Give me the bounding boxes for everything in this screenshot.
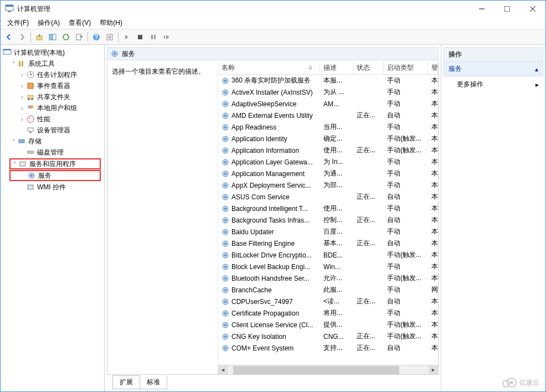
service-desc: 为 In... (320, 157, 353, 167)
close-button[interactable] (520, 1, 545, 17)
tree-task-scheduler[interactable]: › 任务计划程序 (2, 69, 103, 80)
tree-performance[interactable]: › 性能 (2, 114, 103, 125)
service-row[interactable]: Base Filtering Engine基本...正在...自动本 (218, 238, 438, 249)
header-logon[interactable]: 登 (428, 61, 438, 74)
menu-file[interactable]: 文件(F) (3, 17, 33, 29)
tree-local-users[interactable]: › 本地用户和组 (2, 102, 103, 114)
service-row[interactable]: Client License Service (Cl...提供...手动(触发.… (218, 319, 438, 331)
svg-point-68 (224, 196, 226, 198)
svg-point-32 (31, 98, 33, 100)
service-row[interactable]: COM+ Event System支持...正在...自动本 (218, 342, 438, 354)
show-hide-button[interactable] (47, 31, 59, 43)
help-button[interactable]: ? (90, 31, 102, 43)
header-name[interactable]: 名称ᐃ (218, 61, 320, 74)
service-row[interactable]: Bluetooth Handsfree Ser...允许...手动(触发...本 (218, 272, 438, 284)
service-row[interactable]: ASUS Com Service正在...自动本 (218, 191, 438, 203)
horizontal-scrollbar[interactable]: ◄ ► (218, 365, 438, 374)
menu-help[interactable]: 帮助(H) (95, 17, 127, 29)
tree-shared-folders[interactable]: › 共享文件夹 (2, 91, 103, 102)
service-desc: 当用... (320, 122, 353, 132)
service-row[interactable]: Application Layer Gatewa...为 In...手动本 (218, 156, 438, 168)
tree-device-manager[interactable]: 设备管理器 (2, 125, 103, 136)
play-button[interactable] (121, 31, 133, 43)
service-startup: 手动 (384, 99, 428, 109)
chevron-down-icon[interactable]: ˅ (11, 161, 18, 167)
service-row[interactable]: Background Intelligent T...使用...手动本 (218, 203, 438, 214)
header-description[interactable]: 描述 (320, 61, 353, 74)
up-button[interactable] (33, 31, 45, 43)
chevron-right-icon[interactable]: › (18, 116, 26, 122)
stop-button[interactable] (134, 31, 146, 43)
tree-services[interactable]: 服务 (9, 170, 101, 181)
service-row[interactable]: BranchCache此服...手动网 (218, 284, 438, 296)
refresh-button[interactable] (60, 31, 72, 43)
service-startup: 手动(触发... (384, 274, 428, 283)
service-desc: 使用... (320, 204, 353, 213)
menu-action[interactable]: 操作(A) (33, 17, 64, 29)
tree-storage[interactable]: ˅ 存储 (2, 136, 103, 147)
forward-button[interactable] (16, 31, 28, 43)
menu-view[interactable]: 查看(V) (64, 17, 95, 29)
restart-button[interactable] (161, 31, 173, 43)
scroll-thumb[interactable] (233, 366, 399, 374)
chevron-right-icon[interactable]: › (18, 83, 26, 89)
service-row[interactable]: Certificate Propagation将用...手动本 (218, 307, 438, 319)
svg-rect-4 (504, 6, 510, 12)
gear-icon (222, 298, 229, 306)
pause-button[interactable] (147, 31, 159, 43)
maximize-button[interactable] (495, 1, 520, 17)
header-status[interactable]: 状态 (353, 61, 384, 74)
service-row[interactable]: Application Management为通...手动本 (218, 168, 438, 179)
chevron-down-icon[interactable]: ˅ (9, 138, 17, 145)
properties-button[interactable] (104, 31, 116, 43)
service-row[interactable]: 360 杀毒实时防护加载服务本服...手动本 (218, 75, 438, 86)
service-row[interactable]: BitLocker Drive Encryptio...BDE...手动(触发.… (218, 249, 438, 261)
service-row[interactable]: AppX Deployment Servic...为部...手动本 (218, 179, 438, 191)
svg-point-88 (224, 312, 226, 314)
service-row[interactable]: Application Identity确定...手动(触发...本 (218, 133, 438, 145)
tab-extended[interactable]: 扩展 (112, 375, 140, 389)
tree-services-apps[interactable]: ˅ 服务和应用程序 (9, 158, 101, 169)
actions-services[interactable]: 服务 ▴ (444, 62, 543, 76)
service-logon: 本 (428, 204, 438, 213)
window-title: 计算机管理 (17, 4, 469, 14)
service-row[interactable]: AMD External Events Utility正在...自动本 (218, 110, 438, 121)
tree-wmi[interactable]: WMI 控件 (2, 182, 103, 193)
svg-point-72 (224, 219, 226, 221)
chevron-right-icon[interactable]: › (18, 94, 26, 100)
service-name: Application Information (231, 147, 299, 154)
service-logon: 本 (428, 76, 438, 85)
service-row[interactable]: Background Tasks Infras...控制...正在...自动本 (218, 214, 438, 226)
back-button[interactable] (3, 31, 15, 43)
service-row[interactable]: Block Level Backup Engi...Win...手动本 (218, 261, 438, 272)
service-row[interactable]: Baidu Updater百度...手动本 (218, 226, 438, 238)
svg-rect-1 (6, 5, 13, 7)
service-startup: 手动 (384, 76, 428, 85)
tab-standard[interactable]: 标准 (140, 376, 167, 389)
service-status: 正在... (353, 192, 384, 202)
service-row[interactable]: Application Information使用...正在...手动(触发..… (218, 145, 438, 156)
chevron-right-icon[interactable]: › (18, 72, 26, 78)
actions-more[interactable]: 更多操作 ▸ (444, 76, 543, 92)
header-startup[interactable]: 启动类型 (384, 61, 428, 74)
chevron-down-icon[interactable]: ˅ (9, 61, 17, 67)
scroll-left-icon[interactable]: ◄ (218, 365, 228, 375)
gear-icon (111, 50, 119, 58)
service-row[interactable]: CNG Key IsolationCNG...正在...手动(触发...本 (218, 331, 438, 342)
gear-icon (222, 112, 229, 120)
chevron-right-icon[interactable]: › (18, 105, 26, 111)
tree-disk-management[interactable]: 磁盘管理 (2, 147, 103, 158)
minimize-button[interactable] (469, 1, 495, 17)
svg-point-31 (28, 98, 30, 100)
export-button[interactable] (73, 31, 85, 43)
service-row[interactable]: ActiveX Installer (AxInstSV)为从 ...手动本 (218, 86, 438, 98)
svg-point-48 (224, 80, 226, 82)
scroll-right-icon[interactable]: ► (429, 365, 438, 375)
tree-root[interactable]: 计算机管理(本地) (2, 47, 103, 58)
tree-event-viewer[interactable]: › 事件查看器 (2, 80, 103, 91)
service-row[interactable]: AdaptiveSleepServiceAM...手动本 (218, 98, 438, 110)
tree-system-tools[interactable]: ˅ 系统工具 (2, 58, 103, 69)
svg-point-92 (224, 336, 226, 338)
service-row[interactable]: App Readiness当用...手动本 (218, 121, 438, 133)
service-row[interactable]: CDPUserSvc_74997<读...正在...自动本 (218, 296, 438, 307)
